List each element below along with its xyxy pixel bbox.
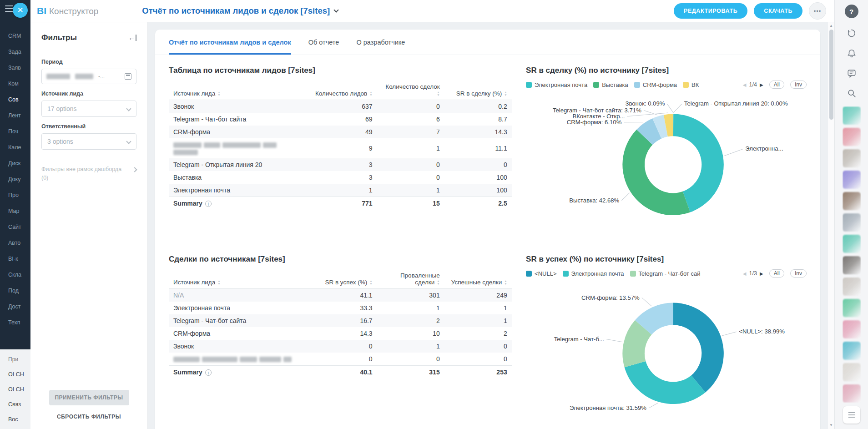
table-row[interactable]: Telegram - Чат-бот сайта16.721 [169,314,512,327]
legend-next-icon[interactable]: ▶ [760,82,763,87]
apply-filters-button[interactable]: ПРИМЕНИТЬ ФИЛЬТРЫ [49,390,129,405]
tab-about-developer[interactable]: О разработчике [356,30,405,55]
sidebar-item[interactable]: Заяв [0,60,30,76]
legend-inv-button[interactable]: Inv [790,81,807,89]
report-title-dropdown[interactable]: Отчёт по источникам лидов и сделок [7sit… [142,6,338,16]
legend-inv-button[interactable]: Inv [790,269,807,278]
download-button[interactable]: СКАЧАТЬ [754,3,802,19]
sort-icon[interactable]: ▲▼ [437,280,439,285]
column-header[interactable]: SR в сделку (%)▲▼ [444,81,512,100]
sort-icon[interactable]: ▲▼ [369,91,372,96]
sort-icon[interactable]: ▲▼ [369,280,372,285]
app-logo[interactable]: BI Конструктор [37,5,98,16]
sidebar-item[interactable]: Поч [0,124,30,140]
blurred-thumbnail[interactable] [843,256,861,274]
search-icon[interactable] [847,88,857,98]
scroll-down-icon[interactable]: ▼ [829,423,833,428]
notifications-bell-icon[interactable] [847,48,857,58]
sidebar-item[interactable]: CRM [0,28,30,44]
sidebar-app-item[interactable]: OLCH [0,367,30,382]
sidebar-item[interactable]: Дост [0,299,30,315]
legend-item[interactable]: Электронная почта [526,81,587,88]
sidebar-app-item[interactable]: OLCH [0,382,30,397]
blurred-thumbnail[interactable] [843,342,861,360]
sidebar-app-item[interactable]: Вос [0,412,30,427]
sidebar-item[interactable]: Под [0,283,30,299]
blurred-thumbnail[interactable] [843,320,861,338]
table-row[interactable]: Звонок63700.2 [169,100,512,113]
sidebar-item[interactable]: Техп [0,315,30,331]
donut-chart[interactable]: Звонок: 0.09%Telegram - Открытая линия 2… [526,90,807,232]
sidebar-item[interactable]: Мар [0,203,30,219]
blurred-thumbnail[interactable] [843,363,861,381]
legend-item[interactable]: Выставка [593,81,628,88]
scroll-up-icon[interactable]: ▲ [829,24,833,28]
blurred-thumbnail[interactable] [843,128,861,146]
legend-prev-icon[interactable]: ◀ [743,82,747,87]
sidebar-item[interactable]: Про [0,187,30,203]
table-row[interactable]: Электронная почта33.311 [169,302,512,314]
blurred-thumbnail[interactable] [843,192,861,210]
sort-icon[interactable]: ▲▼ [217,280,220,285]
blurred-thumbnail[interactable] [843,384,861,403]
blurred-thumbnail[interactable] [843,149,861,167]
info-icon[interactable]: i [205,369,212,376]
period-input[interactable]: -... [41,69,136,84]
legend-item[interactable]: Telegram - Чат-бот сай [630,270,701,277]
sidebar-item[interactable]: Лент [0,108,30,124]
table-row[interactable]: Электронная почта11100 [169,184,512,197]
sidebar-app-item[interactable]: Связ [0,397,30,412]
sidebar-item[interactable]: Скла [0,267,30,283]
blurred-thumbnail[interactable] [843,106,861,125]
sidebar-item[interactable]: BI-к [0,251,30,267]
lead-source-select[interactable]: 17 options [41,101,136,117]
column-header[interactable]: SR в успех (%)▲▼ [310,269,377,289]
help-button[interactable]: ? [845,5,858,18]
blurred-thumbnail[interactable] [843,235,861,253]
column-header[interactable]: Источник лида▲▼ [169,81,310,100]
legend-item[interactable]: ВК [683,81,699,88]
tab-report[interactable]: Отчёт по источникам лидов и сделок [169,30,291,55]
blurred-thumbnail[interactable] [843,213,861,232]
column-header[interactable]: Количество лидов▲▼ [310,81,377,100]
column-header[interactable]: Количество сделок▲▼ [377,81,444,100]
table-row[interactable]: CRM-форма49714.3 [169,126,512,138]
column-header[interactable]: Источник лида▲▼ [169,269,310,289]
sort-icon[interactable]: ▲▼ [437,91,439,96]
legend-item[interactable]: CRM-форма [634,81,677,88]
reset-filters-button[interactable]: СБРОСИТЬ ФИЛЬТРЫ [57,414,121,420]
blurred-thumbnail[interactable] [843,299,861,317]
edit-button[interactable]: РЕДАКТИРОВАТЬ [674,3,747,19]
table-row[interactable]: Telegram - Открытая линия 20300 [169,158,512,171]
table-row[interactable]: 9111.1 [169,138,512,158]
legend-item[interactable]: <NULL> [526,270,556,277]
sidebar-item[interactable]: Сайт [0,219,30,235]
sidebar-item[interactable]: Сов [0,92,30,108]
sort-icon[interactable]: ▲▼ [504,91,507,96]
column-header[interactable]: Успешные сделки▲▼ [444,269,512,289]
column-header[interactable]: Проваленные сделки▲▼ [377,269,444,289]
sidebar-item[interactable]: Ком [0,76,30,92]
donut-chart[interactable]: <NULL>: 38.99%Электронная почта: 31.59%T… [526,278,807,421]
menu-icon[interactable] [5,5,13,12]
table-row[interactable]: Звонок010 [169,340,512,353]
pie-slice[interactable] [622,130,690,215]
legend-item[interactable]: Электронная почта [563,270,624,277]
scrollbar-thumb[interactable] [829,30,833,120]
info-icon[interactable]: i [205,201,212,207]
table-row[interactable]: 000 [169,353,512,366]
sidebar-item[interactable]: Кале [0,140,30,156]
vertical-scrollbar[interactable]: ▲ ▼ [828,22,834,429]
table-row[interactable]: CRM-форма14.3102 [169,327,512,340]
blurred-thumbnail[interactable] [843,171,861,189]
legend-prev-icon[interactable]: ◀ [743,271,747,276]
outer-filters-link[interactable]: Фильтры вне рамок дашборда (0) [41,165,136,182]
legend-all-button[interactable]: All [769,269,784,278]
sidebar-item[interactable]: Доку [0,172,30,187]
menu-list-button[interactable] [843,406,860,424]
table-row[interactable]: Telegram - Чат-бот сайта6968.7 [169,113,512,126]
more-options-button[interactable]: ••• [809,2,826,20]
legend-all-button[interactable]: All [769,81,784,89]
pie-slice[interactable] [673,303,724,393]
collapse-panel-icon[interactable]: ← [128,35,136,41]
